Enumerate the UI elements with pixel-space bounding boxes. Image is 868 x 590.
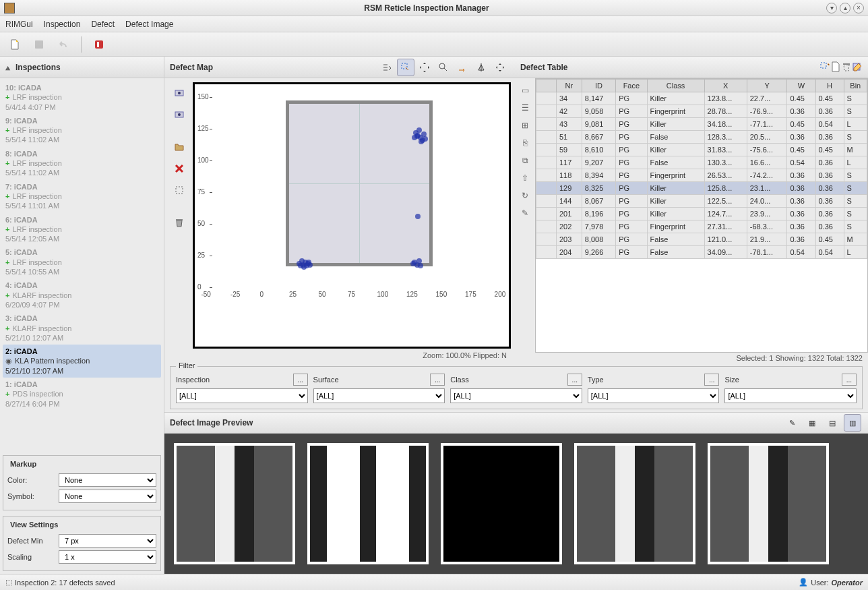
table-col-header[interactable]: W [787,80,815,92]
table-col-header[interactable]: Nr [557,80,582,92]
table-grid-icon[interactable]: ⊞ [518,119,532,132]
color-select[interactable]: None [59,473,156,487]
inspection-item[interactable]: 4: iCADA+KLARF inspection6/20/09 4:07 PM [3,278,161,312]
close-button[interactable]: × [853,3,864,13]
table-col-header[interactable]: ID [582,80,615,92]
table-refresh-icon[interactable]: ↻ [518,189,532,202]
inspection-item[interactable]: 6: iCADA+LRF inspection5/5/14 12:05 AM [3,213,161,246]
filter-select[interactable]: [ALL] [450,388,582,403]
table-row[interactable]: 2049,266PGFalse34.09...-78.1...0.540.54L [536,246,867,259]
map-pan-button[interactable] [416,59,433,76]
inspection-item[interactable]: 10: iCADA+LRF inspection5/4/14 4:07 PM [3,81,161,114]
map-options-button[interactable] [378,59,396,76]
table-row[interactable]: 429,058PGFingerprint28.78...-76.9...0.36… [536,105,867,118]
map-open-button[interactable] [170,138,189,156]
preview-grid3-icon[interactable]: ▥ [844,414,861,432]
filter-select[interactable]: [ALL] [313,388,445,403]
defect-point[interactable] [418,263,423,268]
inspection-item[interactable]: 7: iCADA+LRF inspection5/5/14 11:01 AM [3,180,161,213]
preview-thumb[interactable] [574,443,695,564]
inspections-list[interactable]: 10: iCADA+LRF inspection5/4/14 4:07 PM9:… [0,78,164,452]
table-edit-button[interactable] [852,61,863,73]
table-col-header[interactable]: Bin [844,80,867,92]
table-row[interactable]: 1179,207PGFalse130.3...16.6...0.540.36L [536,156,867,169]
table-col-header[interactable]: H [815,80,844,92]
table-paste-icon[interactable]: ⧉ [518,154,532,167]
map-trash-button[interactable] [170,213,189,232]
map-reset-button[interactable] [454,59,471,76]
preview-edit-icon[interactable]: ✎ [783,414,801,432]
preview-thumb[interactable] [307,443,429,564]
scaling-select[interactable]: 1 x [59,550,156,564]
menu-rimgui[interactable]: RIMGui [5,20,33,29]
filter-ellipsis-button[interactable]: ... [293,374,308,386]
table-delete-button[interactable] [841,61,852,73]
map-plot[interactable]: 1501251007550250-50-25025507510012515017… [193,82,511,349]
map-fit-button[interactable] [491,59,509,76]
preview-grid2-icon[interactable]: ▤ [824,414,841,432]
defectmin-select[interactable]: 7 px [59,534,156,548]
preview-thumb[interactable] [174,443,295,564]
table-col-header[interactable]: Y [747,80,787,92]
inspection-item[interactable]: 2: iCADA◉KLA Pattern inspection5/21/10 1… [3,345,161,378]
map-view1-button[interactable] [170,84,189,102]
map-zoom-button[interactable] [435,59,452,76]
inspection-item[interactable]: 8: iCADA+LRF inspection5/5/14 11:02 AM [3,147,161,180]
menu-defect[interactable]: Defect [91,20,115,29]
filter-ellipsis-button[interactable]: ... [842,374,857,386]
table-filter-icon[interactable]: ▭ [518,84,532,97]
menu-defect-image[interactable]: Defect Image [125,20,173,29]
symbol-select[interactable]: None [59,490,156,503]
table-col-header[interactable]: Class [647,80,704,92]
table-copy-icon[interactable]: ⎘ [518,136,532,150]
table-row[interactable]: 348,147PGKiller123.8...22.7...0.450.45S [536,92,867,105]
filter-select[interactable]: [ALL] [176,388,308,403]
table-select-button[interactable] [819,61,830,73]
table-up-icon[interactable]: ⇧ [518,171,532,185]
table-col-header[interactable]: X [704,80,747,92]
menu-inspection[interactable]: Inspection [44,20,81,29]
inspection-item[interactable]: 9: iCADA+LRF inspection5/5/14 11:02 AM [3,114,161,147]
table-col-header[interactable]: Face [616,80,647,92]
table-row[interactable]: 518,667PGFalse128.3...20.5...0.360.36S [536,131,867,144]
preview-grid1-icon[interactable]: ▦ [803,414,821,432]
preview-thumb[interactable] [441,443,562,564]
map-sidebar [167,81,191,361]
table-row[interactable]: 1188,394PGFingerprint26.53...-74.2...0.3… [536,169,867,182]
map-select-button[interactable] [397,59,414,76]
minimize-button[interactable]: ▾ [826,3,837,13]
table-row[interactable]: 2018,196PGKiller124.7...23.9...0.360.36S [536,208,867,220]
save-button[interactable] [30,35,49,54]
filter-ellipsis-button[interactable]: ... [704,374,719,386]
table-row[interactable]: 1448,067PGKiller122.5...24.0...0.360.36S [536,195,867,208]
defect-point[interactable] [410,261,416,266]
map-view2-button[interactable] [170,105,189,124]
table-row[interactable]: 1298,325PGKiller125.8...23.1...0.360.36S [536,182,867,195]
filter-ellipsis-button[interactable]: ... [567,374,582,386]
collapse-icon[interactable]: ⟁ [5,63,10,72]
fit-icon [495,62,505,73]
table-row[interactable]: 598,610PGKiller31.83...-75.6...0.450.45M [536,144,867,156]
undo-button[interactable] [54,35,73,54]
inspection-item[interactable]: 3: iCADA+KLARF inspection5/21/10 12:07 A… [3,312,161,345]
map-delete-button[interactable] [170,159,189,178]
filter-select[interactable]: [ALL] [588,388,720,403]
defect-table[interactable]: NrIDFaceClassXYWHBin348,147PGKiller123.8… [535,78,868,353]
new-button[interactable] [5,35,24,54]
inspection-item[interactable]: 1: iCADA+PDS inspection8/27/14 6:04 PM [3,378,161,411]
inspection-item[interactable]: 5: iCADA+LRF inspection5/5/14 10:55 AM [3,245,161,278]
table-row[interactable]: 439,081PGKiller34.18...-77.1...0.450.54L [536,118,867,131]
table-export-button[interactable] [830,61,841,73]
table-columns-icon[interactable]: ☰ [518,101,532,115]
table-note-icon[interactable]: ✎ [518,206,532,220]
table-row[interactable]: 2038,008PGFalse121.0...21.9...0.360.45M [536,233,867,246]
map-flip-button[interactable] [472,59,490,76]
filter-select[interactable]: [ALL] [724,388,857,403]
filter-ellipsis-button[interactable]: ... [430,374,445,386]
exit-button[interactable] [90,35,108,54]
maximize-button[interactable]: ▴ [840,3,850,13]
defect-point[interactable] [421,131,427,137]
map-clear-button[interactable] [170,181,189,200]
table-row[interactable]: 2027,978PGFingerprint27.31...-68.3...0.3… [536,220,867,233]
preview-thumb[interactable] [708,443,829,564]
